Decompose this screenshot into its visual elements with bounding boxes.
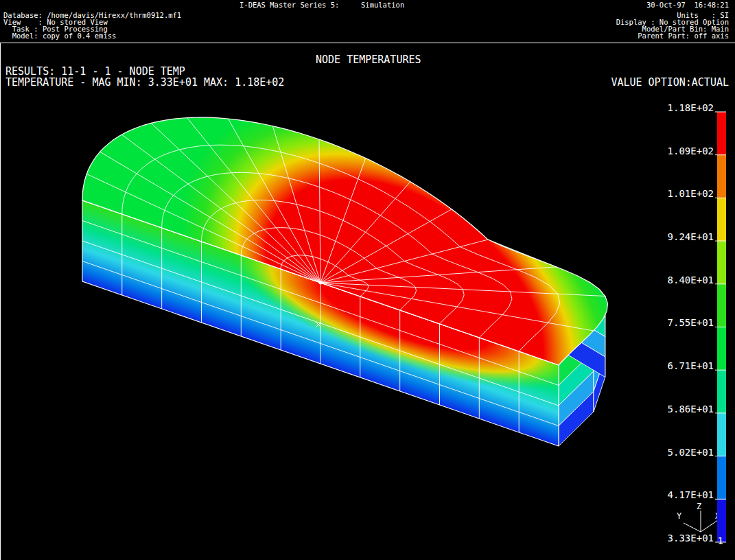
ideas-app-window: ZYX I-DEAS Master Series 5: Simulation 3…: [0, 0, 735, 560]
axis-y-label: Y: [677, 511, 682, 521]
axis-z-label: Z: [697, 502, 701, 511]
legend-color-band: [717, 284, 726, 327]
app-title: I-DEAS Master Series 5: Simulation: [240, 1, 404, 8]
datetime: 30-Oct-97 16:48:21: [646, 1, 729, 8]
legend-value: 5.02E+01: [668, 447, 714, 457]
axis-triad: ZYX: [677, 502, 721, 532]
value-option: VALUE OPTION:ACTUAL: [611, 77, 729, 88]
session-model: Model: copy of 0.4 emiss: [3, 32, 116, 39]
legend-value: 7.55E+01: [668, 318, 714, 327]
fan-center-node: [319, 281, 323, 285]
legend-value: 1.09E+02: [668, 146, 714, 156]
legend-color-band: [717, 413, 726, 456]
legend-value: 9.24E+01: [668, 232, 714, 242]
legend-value: 5.86E+01: [668, 404, 714, 414]
legend-color-band: [717, 456, 726, 500]
legend-color-band: [717, 198, 726, 241]
plot-title: NODE TEMPERATURES: [316, 54, 421, 65]
legend-color-bar: [715, 112, 726, 542]
legend-value: 3.33E+01: [668, 533, 714, 543]
legend-color-band: [717, 327, 726, 371]
temperature-line: TEMPERATURE - MAG MIN: 3.33E+01 MAX: 1.1…: [5, 77, 284, 88]
legend-value: 1.18E+02: [668, 103, 714, 113]
legend-value: 6.71E+01: [668, 361, 714, 371]
legend-value: 4.17E+01: [668, 490, 714, 500]
status-parent-part: Parent Part: off axis: [638, 32, 729, 39]
legend-color-band: [717, 112, 726, 155]
legend-value: 8.40E+01: [668, 275, 714, 285]
legend-color-band: [717, 155, 726, 198]
results-line: RESULTS: 11-1 - 1 - NODE TEMP: [5, 66, 185, 77]
page-number: 1: [718, 536, 723, 546]
legend-color-band: [717, 370, 726, 413]
legend-color-band: [717, 241, 726, 284]
legend-value: 1.01E+02: [668, 189, 714, 198]
